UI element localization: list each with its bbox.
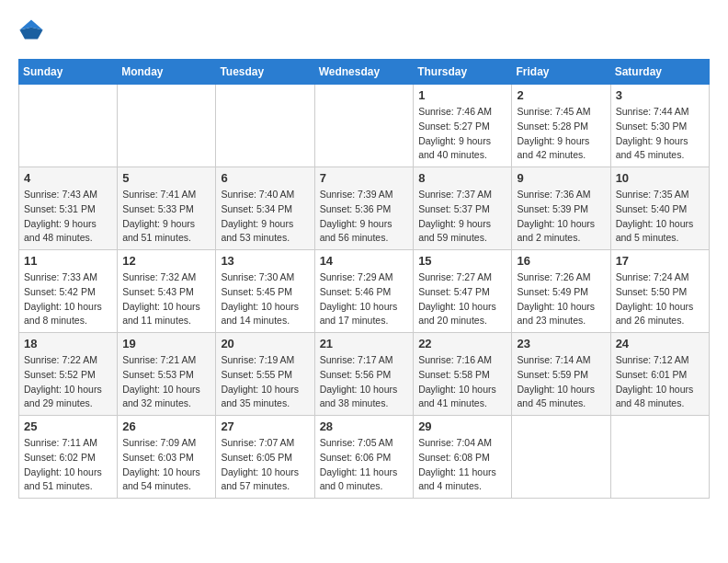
header-tuesday: Tuesday (216, 60, 314, 85)
calendar-header-row: SundayMondayTuesdayWednesdayThursdayFrid… (19, 60, 710, 85)
day-info: Sunrise: 7:19 AMSunset: 5:55 PMDaylight:… (221, 353, 309, 411)
header-saturday: Saturday (610, 60, 709, 85)
day-info: Sunrise: 7:35 AMSunset: 5:40 PMDaylight:… (616, 188, 704, 246)
day-info: Sunrise: 7:17 AMSunset: 5:56 PMDaylight:… (320, 353, 409, 411)
day-number: 27 (221, 419, 309, 433)
day-info: Sunrise: 7:44 AMSunset: 5:30 PMDaylight:… (616, 105, 704, 163)
calendar-cell: 25Sunrise: 7:11 AMSunset: 6:02 PMDayligh… (19, 416, 118, 499)
week-row-3: 11Sunrise: 7:33 AMSunset: 5:42 PMDayligh… (19, 250, 710, 333)
week-row-2: 4Sunrise: 7:43 AMSunset: 5:31 PMDaylight… (19, 167, 710, 250)
calendar-cell: 18Sunrise: 7:22 AMSunset: 5:52 PMDayligh… (19, 333, 118, 416)
calendar-cell: 6Sunrise: 7:40 AMSunset: 5:34 PMDaylight… (216, 167, 314, 250)
day-info: Sunrise: 7:16 AMSunset: 5:58 PMDaylight:… (418, 353, 506, 411)
header-friday: Friday (512, 60, 610, 85)
day-info: Sunrise: 7:29 AMSunset: 5:46 PMDaylight:… (320, 270, 409, 328)
calendar-cell: 19Sunrise: 7:21 AMSunset: 5:53 PMDayligh… (118, 333, 216, 416)
calendar-cell: 15Sunrise: 7:27 AMSunset: 5:47 PMDayligh… (414, 250, 512, 333)
day-number: 22 (418, 337, 506, 350)
calendar-cell: 12Sunrise: 7:32 AMSunset: 5:43 PMDayligh… (118, 250, 216, 333)
calendar-cell: 1Sunrise: 7:46 AMSunset: 5:27 PMDaylight… (414, 85, 512, 167)
day-info: Sunrise: 7:21 AMSunset: 5:53 PMDaylight:… (122, 353, 210, 411)
week-row-1: 1Sunrise: 7:46 AMSunset: 5:27 PMDaylight… (19, 85, 710, 167)
day-info: Sunrise: 7:24 AMSunset: 5:50 PMDaylight:… (616, 270, 704, 328)
header-monday: Monday (118, 60, 216, 85)
calendar-cell (314, 85, 414, 167)
day-number: 16 (517, 254, 605, 268)
day-info: Sunrise: 7:43 AMSunset: 5:31 PMDaylight:… (24, 188, 112, 246)
calendar-cell: 23Sunrise: 7:14 AMSunset: 5:59 PMDayligh… (512, 333, 610, 416)
day-info: Sunrise: 7:36 AMSunset: 5:39 PMDaylight:… (517, 188, 605, 246)
day-info: Sunrise: 7:46 AMSunset: 5:27 PMDaylight:… (418, 105, 506, 163)
calendar-cell: 27Sunrise: 7:07 AMSunset: 6:05 PMDayligh… (216, 416, 314, 499)
calendar-cell: 14Sunrise: 7:29 AMSunset: 5:46 PMDayligh… (314, 250, 414, 333)
day-number: 3 (616, 88, 704, 102)
logo-icon (18, 18, 44, 44)
calendar-cell: 11Sunrise: 7:33 AMSunset: 5:42 PMDayligh… (19, 250, 118, 333)
day-info: Sunrise: 7:11 AMSunset: 6:02 PMDaylight:… (24, 436, 112, 494)
calendar-cell: 9Sunrise: 7:36 AMSunset: 5:39 PMDaylight… (512, 167, 610, 250)
day-info: Sunrise: 7:39 AMSunset: 5:36 PMDaylight:… (320, 188, 409, 246)
day-number: 20 (221, 337, 309, 350)
calendar-cell: 13Sunrise: 7:30 AMSunset: 5:45 PMDayligh… (216, 250, 314, 333)
calendar-cell: 7Sunrise: 7:39 AMSunset: 5:36 PMDaylight… (314, 167, 414, 250)
calendar-table: SundayMondayTuesdayWednesdayThursdayFrid… (18, 59, 710, 499)
day-info: Sunrise: 7:45 AMSunset: 5:28 PMDaylight:… (517, 105, 605, 163)
day-number: 1 (418, 88, 506, 102)
day-info: Sunrise: 7:12 AMSunset: 6:01 PMDaylight:… (616, 353, 704, 411)
day-info: Sunrise: 7:33 AMSunset: 5:42 PMDaylight:… (24, 270, 112, 328)
day-info: Sunrise: 7:27 AMSunset: 5:47 PMDaylight:… (418, 270, 506, 328)
day-number: 11 (24, 254, 112, 268)
day-number: 19 (122, 337, 210, 350)
day-info: Sunrise: 7:22 AMSunset: 5:52 PMDaylight:… (24, 353, 112, 411)
day-number: 8 (418, 171, 506, 185)
day-number: 24 (616, 337, 704, 350)
logo (18, 18, 48, 44)
header-thursday: Thursday (414, 60, 512, 85)
day-info: Sunrise: 7:40 AMSunset: 5:34 PMDaylight:… (221, 188, 309, 246)
calendar-cell: 29Sunrise: 7:04 AMSunset: 6:08 PMDayligh… (414, 416, 512, 499)
calendar-cell: 16Sunrise: 7:26 AMSunset: 5:49 PMDayligh… (512, 250, 610, 333)
day-number: 29 (418, 419, 506, 433)
day-number: 12 (122, 254, 210, 268)
day-number: 13 (221, 254, 309, 268)
day-number: 23 (517, 337, 605, 350)
calendar-cell (512, 416, 610, 499)
day-info: Sunrise: 7:14 AMSunset: 5:59 PMDaylight:… (517, 353, 605, 411)
calendar-cell: 2Sunrise: 7:45 AMSunset: 5:28 PMDaylight… (512, 85, 610, 167)
day-info: Sunrise: 7:09 AMSunset: 6:03 PMDaylight:… (122, 436, 210, 494)
day-info: Sunrise: 7:32 AMSunset: 5:43 PMDaylight:… (122, 270, 210, 328)
calendar-cell: 3Sunrise: 7:44 AMSunset: 5:30 PMDaylight… (610, 85, 709, 167)
day-number: 17 (616, 254, 704, 268)
day-number: 14 (320, 254, 409, 268)
calendar-cell: 10Sunrise: 7:35 AMSunset: 5:40 PMDayligh… (610, 167, 709, 250)
week-row-4: 18Sunrise: 7:22 AMSunset: 5:52 PMDayligh… (19, 333, 710, 416)
calendar-cell (610, 416, 709, 499)
calendar-cell: 22Sunrise: 7:16 AMSunset: 5:58 PMDayligh… (414, 333, 512, 416)
calendar-cell (118, 85, 216, 167)
calendar-cell: 28Sunrise: 7:05 AMSunset: 6:06 PMDayligh… (314, 416, 414, 499)
day-number: 25 (24, 419, 112, 433)
day-number: 6 (221, 171, 309, 185)
calendar-cell: 20Sunrise: 7:19 AMSunset: 5:55 PMDayligh… (216, 333, 314, 416)
calendar-cell (19, 85, 118, 167)
day-info: Sunrise: 7:07 AMSunset: 6:05 PMDaylight:… (221, 436, 309, 494)
header-wednesday: Wednesday (314, 60, 414, 85)
day-number: 9 (517, 171, 605, 185)
day-number: 15 (418, 254, 506, 268)
day-info: Sunrise: 7:41 AMSunset: 5:33 PMDaylight:… (122, 188, 210, 246)
day-info: Sunrise: 7:30 AMSunset: 5:45 PMDaylight:… (221, 270, 309, 328)
day-number: 10 (616, 171, 704, 185)
calendar-cell (216, 85, 314, 167)
day-number: 28 (320, 419, 409, 433)
calendar-cell: 24Sunrise: 7:12 AMSunset: 6:01 PMDayligh… (610, 333, 709, 416)
calendar-cell: 8Sunrise: 7:37 AMSunset: 5:37 PMDaylight… (414, 167, 512, 250)
calendar-cell: 4Sunrise: 7:43 AMSunset: 5:31 PMDaylight… (19, 167, 118, 250)
day-number: 7 (320, 171, 409, 185)
calendar-cell: 26Sunrise: 7:09 AMSunset: 6:03 PMDayligh… (118, 416, 216, 499)
day-info: Sunrise: 7:05 AMSunset: 6:06 PMDaylight:… (320, 436, 409, 494)
calendar-cell: 21Sunrise: 7:17 AMSunset: 5:56 PMDayligh… (314, 333, 414, 416)
day-info: Sunrise: 7:26 AMSunset: 5:49 PMDaylight:… (517, 270, 605, 328)
calendar-cell: 17Sunrise: 7:24 AMSunset: 5:50 PMDayligh… (610, 250, 709, 333)
day-number: 4 (24, 171, 112, 185)
day-info: Sunrise: 7:04 AMSunset: 6:08 PMDaylight:… (418, 436, 506, 494)
